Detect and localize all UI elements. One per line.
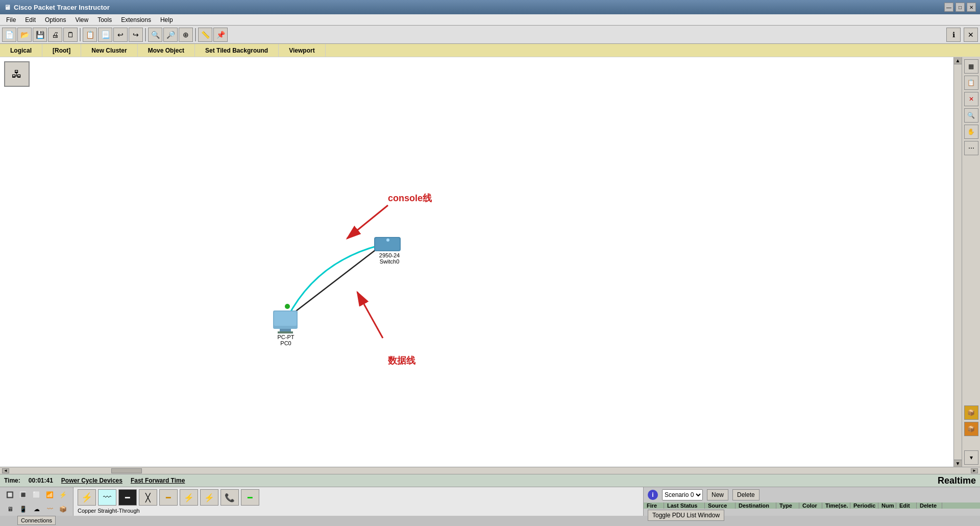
time-label: Time:	[4, 477, 20, 484]
pkt-button[interactable]: 📌	[213, 28, 228, 42]
console-annotation-text: console线	[388, 193, 432, 203]
data-annotation-text: 数据线	[388, 355, 415, 366]
menu-extensions[interactable]: Extensions	[117, 15, 155, 25]
pdu-panel: i Scenario 0 New Delete Fire Last Status…	[643, 487, 980, 516]
copy-button[interactable]: 📋	[83, 28, 97, 42]
canvas-area[interactable]: 2950-24 Switch0 PC-PT PC0 console线 数据线 🖧…	[0, 57, 962, 467]
console-cable-button[interactable]: 〰	[98, 489, 116, 506]
maximize-button[interactable]: □	[955, 3, 965, 12]
minimize-button[interactable]: —	[944, 3, 953, 12]
phone-cable-button[interactable]: 📞	[220, 489, 239, 506]
custom-device-button[interactable]: 📏	[198, 28, 212, 42]
nav-set-tiled-bg[interactable]: Set Tiled Background	[195, 44, 279, 57]
open-button[interactable]: 📂	[17, 28, 32, 42]
exit-button[interactable]: ✕	[964, 28, 978, 42]
nav-viewport[interactable]: Viewport	[279, 44, 325, 57]
data-arrow-line	[357, 292, 383, 338]
nav-root[interactable]: [Root]	[42, 44, 81, 57]
sidebar-dots-button[interactable]: ⋯	[964, 141, 978, 155]
serial-dce-button[interactable]: ⚡	[180, 489, 198, 506]
print-preview-button[interactable]: 🗒	[63, 28, 78, 42]
zoom-in-button[interactable]: 🔍	[148, 28, 162, 42]
col-destination: Destination	[736, 503, 776, 509]
crossover-button[interactable]: ╳	[139, 489, 157, 506]
sidebar-orange2-button[interactable]: 📦	[964, 422, 978, 436]
new-pdu-button[interactable]: New	[707, 489, 728, 500]
toolbar-separator-2	[145, 28, 146, 41]
toolbar: 📄 📂 💾 🖨 🗒 📋 📃 ↩ ↪ 🔍 🔎 ⊕ 📏 📌 ℹ ✕	[0, 26, 980, 44]
power-cycle-button[interactable]: Power Cycle Devices	[61, 477, 122, 484]
rollover-button[interactable]: ━	[159, 489, 178, 506]
h-scroll-right-button[interactable]: ►	[971, 468, 978, 473]
mode-text: Realtime	[938, 475, 976, 486]
sidebar-grid-button[interactable]: ▦	[964, 59, 978, 74]
data-annotation: 数据线	[388, 354, 415, 367]
wireless-icon[interactable]: 📶	[44, 489, 56, 500]
data-cable	[287, 245, 382, 318]
fiber-cable-button[interactable]: ━	[241, 489, 259, 506]
undo-button[interactable]: ↩	[113, 28, 128, 42]
delete-pdu-button[interactable]: Delete	[732, 489, 760, 500]
save-button[interactable]: 💾	[33, 28, 47, 42]
sidebar-magnify-button[interactable]: 🔍	[964, 108, 978, 123]
app-icon: 🖥	[4, 4, 11, 11]
help-about-button[interactable]: ℹ	[946, 28, 961, 42]
sidebar-notes-button[interactable]: 📋	[964, 76, 978, 90]
col-edit-text: Edit	[899, 503, 910, 509]
hub-icon[interactable]: ⬜	[31, 489, 42, 500]
menu-help[interactable]: Help	[156, 15, 177, 25]
nav-new-cluster[interactable]: New Cluster	[81, 44, 137, 57]
h-scroll-left-button[interactable]: ◄	[2, 468, 9, 473]
toggle-pdu-button[interactable]: Toggle PDU List Window	[648, 510, 724, 521]
zoom-reset-button[interactable]: ⊕	[179, 28, 193, 42]
pdu-top-bar: i Scenario 0 New Delete	[644, 487, 980, 503]
vertical-scrollbar[interactable]: ▲ ▼	[953, 57, 962, 467]
menu-view[interactable]: View	[71, 15, 92, 25]
server-icon[interactable]: 🖥	[5, 504, 16, 515]
fast-forward-button[interactable]: Fast Forward Time	[131, 477, 185, 484]
logical-label: Logical	[10, 47, 32, 54]
sidebar-delete-button[interactable]: ✕	[964, 92, 978, 106]
menu-options[interactable]: Options	[41, 15, 70, 25]
print-button[interactable]: 🖨	[48, 28, 62, 42]
zoom-out-button[interactable]: 🔎	[163, 28, 178, 42]
straight-through-button[interactable]: ━	[118, 489, 137, 506]
col-periodic: Periodic	[850, 503, 878, 509]
nav-logical[interactable]: Logical	[0, 44, 42, 57]
title-bar: 🖥 Cisco Packet Tracer Instructor — □ ✕	[0, 0, 980, 14]
pc-name-text: PC0	[280, 340, 291, 346]
scrollbar-up-button[interactable]: ▲	[954, 57, 962, 64]
horizontal-scrollbar[interactable]: ◄ ►	[0, 467, 980, 474]
close-button[interactable]: ✕	[967, 3, 976, 12]
scenario-select[interactable]: Scenario 0	[662, 489, 703, 500]
sidebar-hand-button[interactable]: ✋	[964, 125, 978, 139]
sidebar-expand-button[interactable]: ▾	[964, 450, 978, 465]
scrollbar-down-button[interactable]: ▼	[954, 460, 962, 467]
nav-move-object[interactable]: Move Object	[138, 44, 195, 57]
h-scroll-thumb[interactable]	[111, 468, 142, 473]
cloud-icon[interactable]: ☁	[31, 504, 42, 515]
paste-button[interactable]: 📃	[98, 28, 112, 42]
sidebar-orange-button[interactable]: 📦	[964, 405, 978, 420]
switch-icon[interactable]: 🔳	[18, 489, 29, 500]
phone-icon[interactable]: 📱	[18, 504, 29, 515]
redo-button[interactable]: ↪	[129, 28, 143, 42]
pdu-icon[interactable]: 📦	[58, 504, 69, 515]
pc-stand	[280, 329, 291, 331]
connections-button[interactable]: Connections	[17, 516, 56, 525]
root-label: [Root]	[53, 47, 70, 54]
col-last-status: Last Status	[664, 503, 705, 509]
serial-dte-button[interactable]: ⚡	[200, 489, 218, 506]
auto-cable-button[interactable]: ⚡	[78, 489, 96, 506]
set-tiled-bg-label: Set Tiled Background	[205, 47, 268, 54]
menu-file[interactable]: File	[2, 15, 20, 25]
cable-icon[interactable]: 〰	[44, 504, 56, 515]
pdu-info-icon[interactable]: i	[648, 490, 658, 500]
menu-edit[interactable]: Edit	[21, 15, 40, 25]
connections-label: Connections	[21, 517, 52, 523]
menu-tools[interactable]: Tools	[93, 15, 116, 25]
security-icon[interactable]: ⚡	[58, 489, 69, 500]
router-icon[interactable]: 🔲	[5, 489, 16, 500]
new-file-button[interactable]: 📄	[2, 28, 16, 42]
cluster-icon[interactable]: 🖧	[4, 61, 30, 87]
